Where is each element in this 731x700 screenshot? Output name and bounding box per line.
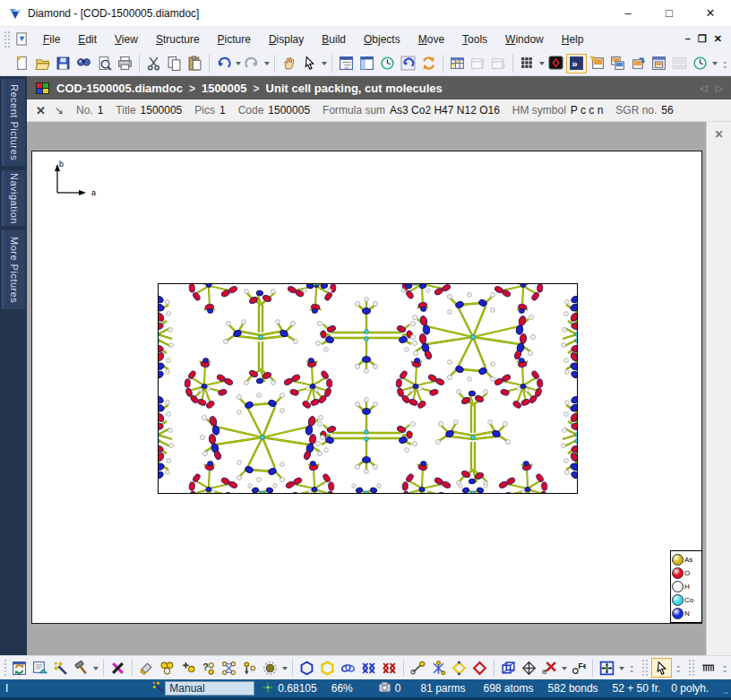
menu-tools[interactable]: Tools bbox=[453, 28, 496, 51]
breadcrumb-segment[interactable]: COD-1500005.diamdoc bbox=[56, 82, 183, 95]
menu-view[interactable]: View bbox=[106, 28, 147, 51]
toolbar-grip[interactable] bbox=[641, 659, 649, 677]
atom-legend[interactable]: AsOHCoN bbox=[670, 550, 702, 623]
diamy-icon[interactable] bbox=[449, 658, 469, 678]
picsm-icon[interactable] bbox=[649, 54, 669, 73]
mdi-close-button[interactable]: ✕ bbox=[714, 33, 722, 45]
menu-window[interactable]: Window bbox=[496, 28, 553, 51]
cut-icon[interactable] bbox=[143, 54, 164, 73]
mdi-minimize-button[interactable]: – bbox=[685, 33, 691, 45]
breadcrumb-nav-arrows[interactable]: ◁ ▷ bbox=[700, 82, 726, 94]
fe-icon[interactable]: Fe bbox=[568, 658, 589, 678]
toolbar-chevron[interactable]: ⌄⌄ bbox=[625, 658, 638, 678]
breadcrumb-segment[interactable]: Unit cell packing, cut molecules bbox=[266, 82, 443, 95]
atoms-icon[interactable] bbox=[157, 658, 177, 678]
mode-field[interactable]: Manual bbox=[165, 681, 254, 696]
minimize-button[interactable]: – bbox=[607, 0, 649, 26]
sidebar-tab-recent-pictures[interactable]: Recent Pictures bbox=[2, 79, 25, 166]
dropdown-arrow[interactable] bbox=[560, 658, 568, 678]
menu-objects[interactable]: Objects bbox=[355, 28, 409, 51]
redo-icon[interactable] bbox=[242, 54, 262, 73]
pane-close-icon[interactable]: ✕ bbox=[712, 127, 727, 142]
network-icon[interactable] bbox=[219, 658, 239, 678]
clock2-icon[interactable] bbox=[690, 54, 710, 73]
dropdown-arrow[interactable] bbox=[710, 54, 718, 73]
hammer-icon[interactable] bbox=[71, 658, 91, 678]
bond1-icon[interactable] bbox=[408, 658, 428, 678]
toolbar-overflow-chevron[interactable]: ⌄⌄ bbox=[718, 54, 731, 73]
newpic-icon[interactable] bbox=[587, 54, 607, 73]
hexyellow-icon[interactable] bbox=[317, 658, 338, 678]
xxblue-icon[interactable] bbox=[358, 658, 379, 678]
xbonds-icon[interactable] bbox=[539, 658, 560, 678]
select-mode-icon[interactable] bbox=[651, 658, 672, 678]
move-icon[interactable] bbox=[597, 658, 617, 678]
undo-icon[interactable] bbox=[213, 54, 234, 73]
hexblue-icon[interactable] bbox=[297, 658, 317, 678]
refresh-icon[interactable] bbox=[418, 54, 439, 73]
toolbar-chevron[interactable]: ⌄⌄ bbox=[718, 658, 731, 678]
menu-structure[interactable]: Structure bbox=[147, 28, 209, 51]
menu-help[interactable]: Help bbox=[553, 28, 593, 51]
menu-display[interactable]: Display bbox=[260, 28, 313, 51]
dropdown-arrow[interactable] bbox=[538, 54, 546, 73]
dropdown-arrow[interactable] bbox=[617, 658, 625, 678]
print-icon[interactable] bbox=[115, 54, 135, 73]
document-icon[interactable] bbox=[15, 32, 29, 46]
sidebar-tab-more-pictures[interactable]: More Pictures bbox=[2, 230, 25, 309]
structure-drawing[interactable] bbox=[32, 151, 703, 625]
picture-page[interactable]: b a AsOHCoN bbox=[31, 151, 702, 624]
dropdown-arrow[interactable] bbox=[320, 54, 328, 73]
diamr-icon[interactable] bbox=[469, 658, 490, 678]
tabledown-icon[interactable] bbox=[488, 54, 509, 73]
close-button[interactable]: ✕ bbox=[690, 0, 731, 26]
sphere-icon[interactable] bbox=[260, 658, 280, 678]
breadcrumb-segment[interactable]: 1500005 bbox=[202, 82, 247, 95]
picedit-icon[interactable] bbox=[30, 658, 50, 678]
qatom-icon[interactable]: ? bbox=[198, 658, 219, 678]
rings-icon[interactable] bbox=[338, 658, 358, 678]
menubar-grip[interactable] bbox=[4, 30, 11, 48]
dropdown-arrow[interactable] bbox=[262, 54, 271, 73]
insatom-icon[interactable] bbox=[239, 658, 260, 678]
dropdown-arrow[interactable] bbox=[234, 54, 242, 73]
dropdown-arrow[interactable] bbox=[280, 658, 288, 678]
open-icon[interactable] bbox=[32, 54, 53, 73]
find-icon[interactable] bbox=[73, 54, 94, 73]
bottombar-grip[interactable] bbox=[4, 659, 6, 677]
ruler-icon[interactable] bbox=[698, 658, 718, 678]
wand-icon[interactable] bbox=[50, 658, 71, 678]
picarrow-icon[interactable] bbox=[628, 54, 649, 73]
menu-move[interactable]: Move bbox=[409, 28, 453, 51]
info-close-icon[interactable]: ✕ bbox=[36, 104, 46, 117]
piccopy-icon[interactable] bbox=[607, 54, 628, 73]
monitor-icon[interactable] bbox=[546, 54, 566, 73]
preview-icon[interactable] bbox=[94, 54, 115, 73]
dropdown-arrow[interactable] bbox=[91, 658, 99, 678]
clock-icon[interactable] bbox=[377, 54, 398, 73]
tree-icon[interactable] bbox=[336, 54, 357, 73]
paste-icon[interactable] bbox=[185, 54, 205, 73]
cursor-icon[interactable] bbox=[299, 54, 320, 73]
menu-picture[interactable]: Picture bbox=[209, 28, 260, 51]
maximize-button[interactable]: □ bbox=[649, 0, 690, 26]
tableup-icon[interactable] bbox=[468, 54, 488, 73]
panel-icon[interactable] bbox=[357, 54, 377, 73]
info-expand-icon[interactable]: ↘ bbox=[55, 104, 64, 117]
compass-icon[interactable] bbox=[519, 658, 539, 678]
mdi-restore-button[interactable]: ❐ bbox=[698, 33, 707, 45]
cube-icon[interactable] bbox=[498, 658, 519, 678]
addatom-icon[interactable] bbox=[177, 658, 198, 678]
menu-edit[interactable]: Edit bbox=[69, 28, 106, 51]
paint-icon[interactable] bbox=[136, 658, 157, 678]
save-icon[interactable] bbox=[53, 54, 73, 73]
toolbar-grip[interactable] bbox=[688, 659, 695, 677]
new-icon[interactable] bbox=[12, 54, 32, 73]
launch-icon[interactable]: » bbox=[566, 54, 587, 73]
grid-icon[interactable] bbox=[517, 54, 538, 73]
hand-icon[interactable] bbox=[279, 54, 299, 73]
menu-build[interactable]: Build bbox=[313, 28, 355, 51]
delx-icon[interactable] bbox=[108, 658, 128, 678]
copy-icon[interactable] bbox=[164, 54, 185, 73]
pickbd-icon[interactable] bbox=[669, 54, 690, 73]
